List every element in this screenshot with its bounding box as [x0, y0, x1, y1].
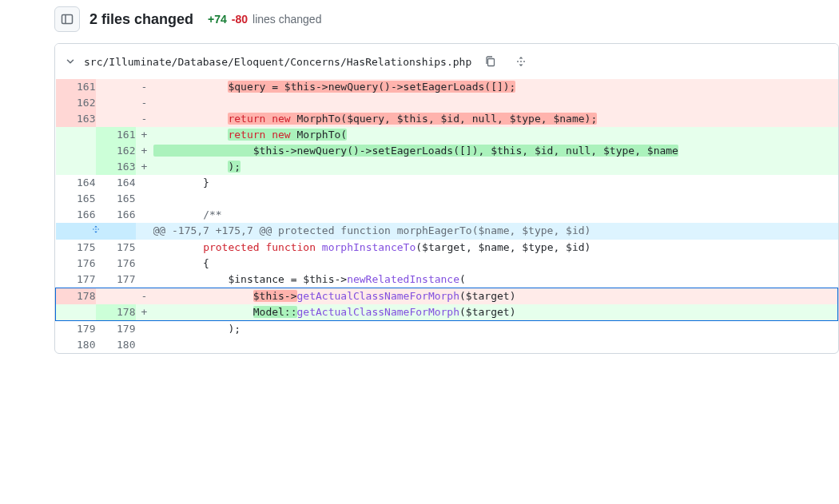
code-content: );: [153, 321, 838, 338]
line-number-old[interactable]: [56, 143, 96, 159]
code-content: Model::getActualClassNameForMorph($targe…: [153, 304, 838, 321]
line-number-new[interactable]: 176: [96, 256, 136, 272]
diff-file: src/Illuminate/Database/Eloquent/Concern…: [54, 43, 839, 354]
hunk-header: @@ -175,7 +175,7 @@ protected function m…: [153, 223, 838, 240]
diff-marker: [136, 207, 153, 223]
code-content: [153, 337, 838, 353]
code-content: }: [153, 175, 838, 191]
line-number-old[interactable]: 178: [56, 288, 96, 305]
diff-marker: +: [136, 304, 153, 321]
line-number-new[interactable]: 166: [96, 207, 136, 223]
code-content: return new MorphTo(: [153, 127, 838, 143]
line-number-old[interactable]: 175: [56, 240, 96, 256]
code-content: {: [153, 256, 838, 272]
deletions-count: -80: [232, 13, 248, 26]
code-content: $query = $this->newQuery()->setEagerLoad…: [153, 79, 838, 95]
diff-marker: +: [136, 127, 153, 143]
line-number-new[interactable]: 164: [96, 175, 136, 191]
diff-line[interactable]: 163+ );: [56, 159, 838, 175]
file-path[interactable]: src/Illuminate/Database/Eloquent/Concern…: [84, 56, 471, 68]
diff-line[interactable]: 162-: [56, 95, 838, 111]
diff-line[interactable]: 177177 $instance = $this->newRelatedInst…: [56, 272, 838, 288]
svg-rect-0: [62, 15, 73, 24]
expand-hunk-button[interactable]: [56, 223, 136, 240]
line-number-old[interactable]: 165: [56, 191, 96, 207]
diff-summary-bar: 2 files changed +74 -80 lines changed: [54, 0, 839, 43]
expand-icon: [89, 223, 102, 236]
line-number-new[interactable]: 177: [96, 272, 136, 288]
diff-marker: [136, 272, 153, 288]
diff-marker: [136, 256, 153, 272]
toggle-file-tree-button[interactable]: [54, 6, 80, 32]
line-number-new[interactable]: [96, 95, 136, 111]
copy-icon: [484, 55, 497, 68]
copy-path-button[interactable]: [479, 50, 502, 73]
line-number-old[interactable]: 162: [56, 95, 96, 111]
code-content: protected function morphInstanceTo($targ…: [153, 240, 838, 256]
diff-marker: [136, 240, 153, 256]
diff-line[interactable]: 175175 protected function morphInstanceT…: [56, 240, 838, 256]
line-number-old[interactable]: [56, 159, 96, 175]
code-content: [153, 191, 838, 207]
diff-marker: [136, 175, 153, 191]
line-number-old[interactable]: 179: [56, 321, 96, 338]
diff-line[interactable]: 166166 /**: [56, 207, 838, 223]
diff-line[interactable]: 163- return new MorphTo($query, $this, $…: [56, 111, 838, 127]
diff-line[interactable]: 161+ return new MorphTo(: [56, 127, 838, 143]
diff-marker: -: [136, 288, 153, 305]
svg-point-4: [520, 61, 522, 62]
diff-marker: -: [136, 111, 153, 127]
diff-line[interactable]: 178- $this->getActualClassNameForMorph($…: [56, 288, 838, 305]
lines-changed-label: lines changed: [252, 13, 321, 26]
svg-point-8: [97, 228, 98, 229]
diff-line[interactable]: 161- $query = $this->newQuery()->setEage…: [56, 79, 838, 95]
diff-marker: [136, 191, 153, 207]
code-content: $this->getActualClassNameForMorph($targe…: [153, 288, 838, 305]
code-content: $this->newQuery()->setEagerLoads([]), $t…: [153, 143, 838, 159]
diff-line[interactable]: 176176 {: [56, 256, 838, 272]
side-panel-icon: [61, 13, 74, 26]
diff-line[interactable]: 180180: [56, 337, 838, 353]
diff-line[interactable]: 178+ Model::getActualClassNameForMorph($…: [56, 304, 838, 321]
diff-line[interactable]: 165165: [56, 191, 838, 207]
line-number-old[interactable]: 176: [56, 256, 96, 272]
line-number-old[interactable]: 180: [56, 337, 96, 353]
file-header: src/Illuminate/Database/Eloquent/Concern…: [55, 44, 838, 79]
diff-line[interactable]: 164164 }: [56, 175, 838, 191]
svg-point-5: [523, 61, 525, 62]
svg-point-3: [517, 61, 519, 62]
additions-count: +74: [208, 13, 227, 26]
diff-line[interactable]: @@ -175,7 +175,7 @@ protected function m…: [56, 223, 838, 240]
line-number-old[interactable]: 163: [56, 111, 96, 127]
line-number-new[interactable]: 165: [96, 191, 136, 207]
line-number-old[interactable]: 166: [56, 207, 96, 223]
line-number-new[interactable]: 161: [96, 127, 136, 143]
code-content: [153, 95, 838, 111]
line-number-new[interactable]: [96, 288, 136, 305]
line-number-new[interactable]: 162: [96, 143, 136, 159]
line-number-new[interactable]: 180: [96, 337, 136, 353]
line-number-old[interactable]: 177: [56, 272, 96, 288]
line-number-old[interactable]: [56, 127, 96, 143]
line-number-new[interactable]: 175: [96, 240, 136, 256]
line-number-new[interactable]: 179: [96, 321, 136, 338]
collapse-file-button[interactable]: [65, 56, 76, 67]
code-content: /**: [153, 207, 838, 223]
line-number-new[interactable]: [96, 111, 136, 127]
code-content: $instance = $this->newRelatedInstance(: [153, 272, 838, 288]
line-number-new[interactable]: 178: [96, 304, 136, 321]
line-number-new[interactable]: [96, 79, 136, 95]
svg-point-6: [93, 228, 93, 229]
files-changed-count[interactable]: 2 files changed: [89, 11, 193, 28]
expand-all-button[interactable]: [510, 50, 532, 73]
expand-collapse-icon: [515, 55, 527, 68]
diff-line[interactable]: 162+ $this->newQuery()->setEagerLoads([]…: [56, 143, 838, 159]
line-number-old[interactable]: 161: [56, 79, 96, 95]
line-number-old[interactable]: [56, 304, 96, 321]
diff-marker: [136, 337, 153, 353]
line-number-old[interactable]: 164: [56, 175, 96, 191]
line-number-new[interactable]: 163: [96, 159, 136, 175]
code-content: return new MorphTo($query, $this, $id, n…: [153, 111, 838, 127]
diff-marker: -: [136, 79, 153, 95]
diff-line[interactable]: 179179 );: [56, 321, 838, 338]
